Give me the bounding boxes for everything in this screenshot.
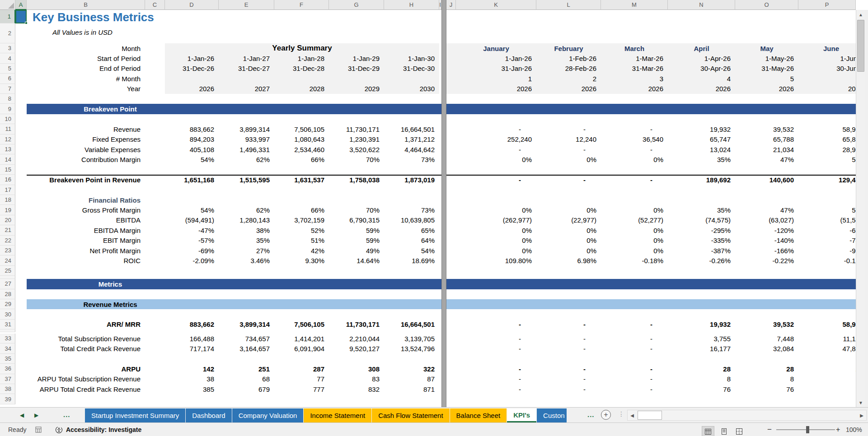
cell-D37[interactable]: 38 (165, 374, 219, 384)
tab-menu-dots-icon[interactable]: ⋮ (618, 410, 624, 417)
cell-K34[interactable]: - (456, 343, 536, 353)
cell-G12[interactable]: 1,230,391 (329, 135, 384, 144)
cell-N24[interactable]: -0.26% (668, 255, 735, 265)
zoom-level[interactable]: 100% (846, 423, 862, 436)
cell-N38[interactable]: 76 (668, 384, 735, 394)
row-header-34[interactable]: 34 (0, 343, 15, 353)
cell-F12[interactable]: 1,080,643 (274, 135, 329, 144)
cell-K23[interactable]: 0% (456, 246, 536, 255)
cell-D21[interactable]: -47% (165, 225, 219, 235)
cell-N13[interactable]: 13,024 (668, 144, 735, 154)
cell-P5[interactable]: 30-Jun- (798, 64, 856, 74)
v-scroll-thumb[interactable] (857, 20, 864, 72)
cell-G6[interactable] (329, 74, 384, 83)
cell-H14[interactable]: 73% (384, 154, 439, 164)
cell-D11[interactable]: 883,662 (165, 124, 219, 134)
cell-O24[interactable]: -0.22% (735, 255, 798, 265)
cell-N31[interactable]: 19,932 (668, 320, 735, 329)
cell-O11[interactable]: 39,532 (735, 124, 798, 134)
cell-N37[interactable]: 8 (668, 374, 735, 384)
select-all-corner[interactable] (0, 0, 15, 10)
cell-M6[interactable]: 3 (601, 74, 668, 83)
cell-F24[interactable]: 9.30% (274, 255, 329, 265)
row-label-14[interactable]: Contribution Margin (15, 154, 145, 164)
cell-D22[interactable]: -57% (165, 236, 219, 246)
row-label-36[interactable]: ARPU (15, 364, 145, 374)
row-header-12[interactable]: 12 (0, 135, 15, 144)
cell-H20[interactable]: 10,639,805 (384, 215, 439, 225)
cell-M7[interactable]: 2026 (601, 84, 668, 94)
cell-K21[interactable]: 0% (456, 225, 536, 235)
cell-D6[interactable] (165, 74, 219, 83)
cell-H16[interactable]: 1,873,019 (384, 175, 439, 185)
cell-K4[interactable]: 1-Jan-26 (456, 53, 536, 63)
cell-M34[interactable]: - (601, 343, 668, 353)
row-header-11[interactable]: 11 (0, 124, 15, 134)
cell-H7[interactable]: 2030 (384, 84, 439, 94)
row-header-3[interactable]: 3 (0, 43, 15, 53)
cell-E4[interactable]: 1-Jan-27 (219, 53, 274, 63)
cell-K7[interactable]: 2026 (456, 84, 536, 94)
cell-O20[interactable]: (63,027) (735, 215, 798, 225)
row-header-25[interactable]: 25 (0, 266, 15, 276)
cell-M37[interactable]: - (601, 374, 668, 384)
cell-F19[interactable]: 66% (274, 205, 329, 215)
h-scroll-thumb[interactable] (638, 411, 662, 420)
column-header-E[interactable]: E (219, 0, 274, 10)
cell-M33[interactable]: - (601, 334, 668, 343)
cell-O4[interactable]: 1-May-26 (735, 53, 798, 63)
row-header-14[interactable]: 14 (0, 154, 15, 164)
cell-K19[interactable]: 0% (456, 205, 536, 215)
cell-L5[interactable]: 28-Feb-26 (536, 64, 601, 74)
cell-G11[interactable]: 11,730,171 (329, 124, 384, 134)
tab-overflow-left[interactable]: ... (63, 411, 70, 418)
row-header-35[interactable]: 35 (0, 354, 15, 364)
cell-H6[interactable] (384, 74, 439, 83)
cell-E7[interactable]: 2027 (219, 84, 274, 94)
zoom-out-icon[interactable]: − (767, 423, 772, 436)
row-label-18[interactable]: Financial Ratios (15, 195, 145, 205)
cell-G7[interactable]: 2029 (329, 84, 384, 94)
cell-N34[interactable]: 16,177 (668, 343, 735, 353)
cell-D14[interactable]: 54% (165, 154, 219, 164)
row-header-38[interactable]: 38 (0, 384, 15, 394)
row-header-13[interactable]: 13 (0, 144, 15, 154)
h-scroll-right-icon[interactable]: ▶ (858, 410, 865, 420)
row-header-16[interactable]: 16 (0, 175, 15, 185)
cell-L16[interactable]: - (536, 175, 601, 185)
cell-L20[interactable]: (22,977) (536, 215, 601, 225)
column-header-K[interactable]: K (456, 0, 536, 10)
cell-L33[interactable]: - (536, 334, 601, 343)
cell-O36[interactable]: 28 (735, 364, 798, 374)
row-label-31[interactable]: ARR/ MRR (15, 320, 145, 329)
cell-F23[interactable]: 42% (274, 246, 329, 255)
row-header-31[interactable]: 31 (0, 320, 15, 329)
horizontal-scrollbar[interactable]: ◀ ▶ (627, 410, 867, 421)
cell-K5[interactable]: 31-Jan-26 (456, 64, 536, 74)
sheet-tab-kpi-s[interactable]: KPI's (507, 408, 536, 422)
cell-E37[interactable]: 68 (219, 374, 274, 384)
cell-K20[interactable]: (262,977) (456, 215, 536, 225)
cell-H24[interactable]: 18.69% (384, 255, 439, 265)
cell-G31[interactable]: 11,730,171 (329, 320, 384, 329)
column-header-D[interactable]: D (165, 0, 219, 10)
cell-G33[interactable]: 2,210,044 (329, 334, 384, 343)
row-header-33[interactable]: 33 (0, 334, 15, 343)
cell-M23[interactable]: 0% (601, 246, 668, 255)
cell-D5[interactable]: 31-Dec-26 (165, 64, 219, 74)
cell-F16[interactable]: 1,631,537 (274, 175, 329, 185)
macro-record-icon[interactable] (35, 423, 42, 436)
cell-H5[interactable]: 31-Dec-30 (384, 64, 439, 74)
cell-P38[interactable]: 7 (798, 384, 856, 394)
cell-L4[interactable]: 1-Feb-26 (536, 53, 601, 63)
cell-H21[interactable]: 65% (384, 225, 439, 235)
cell-G19[interactable]: 70% (329, 205, 384, 215)
row-label-16[interactable]: Breakeven Point in Revenue (15, 175, 145, 185)
cell-P21[interactable]: -61 (798, 225, 856, 235)
cell-G37[interactable]: 83 (329, 374, 384, 384)
cell-M4[interactable]: 1-Mar-26 (601, 53, 668, 63)
cell-K37[interactable]: - (456, 374, 536, 384)
cell-P31[interactable]: 58,95 (798, 320, 856, 329)
cell-N14[interactable]: 35% (668, 154, 735, 164)
page-break-icon[interactable] (733, 427, 745, 436)
